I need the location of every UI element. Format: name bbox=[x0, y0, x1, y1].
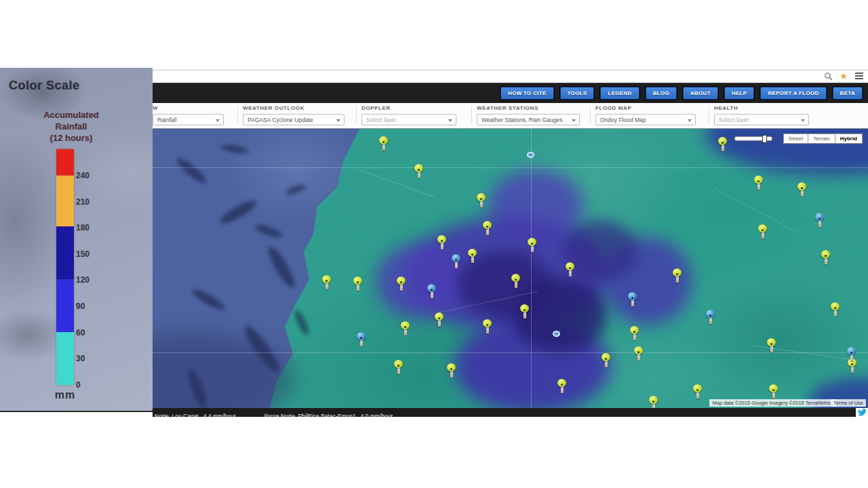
rain-gauge-pin-blue[interactable] bbox=[427, 284, 436, 298]
station-dot[interactable] bbox=[527, 152, 534, 158]
nav-button-help[interactable]: HELP bbox=[724, 87, 755, 100]
color-scale-tick: 90 bbox=[76, 302, 85, 311]
pin-head bbox=[758, 224, 767, 232]
divider bbox=[590, 106, 591, 124]
rain-gauge-pin-yellow[interactable] bbox=[468, 249, 477, 263]
color-scale-title: Color Scale bbox=[9, 79, 80, 93]
pin-stem bbox=[770, 346, 773, 352]
divider bbox=[153, 70, 868, 70]
nav-button-report-a-flood[interactable]: REPORT A FLOOD bbox=[760, 87, 826, 100]
station-dot[interactable] bbox=[553, 331, 560, 337]
layer-select[interactable]: Rainfall bbox=[153, 114, 224, 125]
pin-stem bbox=[561, 386, 564, 393]
rain-gauge-pin-yellow[interactable] bbox=[394, 360, 403, 374]
rain-gauge-pin-yellow[interactable] bbox=[477, 193, 486, 207]
rain-gauge-pin-yellow[interactable] bbox=[520, 304, 529, 319]
rain-gauge-pin-yellow[interactable] bbox=[769, 384, 778, 399]
rain-gauge-pin-yellow[interactable] bbox=[821, 250, 830, 264]
rainfall-ticker-bar: Norte, Lou Cagat 4.4 mm/hourIlocos Norte… bbox=[153, 408, 868, 417]
terms-of-use-link[interactable]: Terms of Use bbox=[831, 399, 866, 407]
rain-gauge-pin-yellow[interactable] bbox=[718, 137, 727, 151]
rain-gauge-pin-yellow[interactable] bbox=[831, 302, 840, 317]
layer-select[interactable]: Weather Stations, Rain Gauges bbox=[477, 114, 580, 125]
pin-head bbox=[821, 250, 830, 258]
pin-head bbox=[414, 164, 423, 172]
gauge-reading-link[interactable]: Norte, Lou Cagat 4.4 mm/hour bbox=[155, 413, 236, 417]
nav-button-about[interactable]: ABOUT bbox=[683, 87, 718, 100]
pin-stem bbox=[834, 310, 837, 317]
rain-gauge-pin-yellow[interactable] bbox=[435, 312, 443, 327]
pin-stem bbox=[326, 283, 328, 289]
twitter-icon[interactable] bbox=[856, 408, 868, 417]
rain-gauge-pin-blue[interactable] bbox=[847, 347, 856, 361]
rain-gauge-pin-yellow[interactable] bbox=[379, 136, 388, 150]
nav-button-tools[interactable]: TOOLS bbox=[560, 87, 595, 100]
pin-head bbox=[649, 396, 658, 404]
rain-gauge-pin-yellow[interactable] bbox=[511, 274, 520, 288]
rain-gauge-pin-blue[interactable] bbox=[815, 213, 824, 227]
layer-select[interactable]: Select layer bbox=[361, 114, 456, 125]
nav-button-legend[interactable]: LEGEND bbox=[600, 87, 639, 100]
rain-gauge-pin-yellow[interactable] bbox=[322, 275, 331, 289]
nav-button-beta[interactable]: BETA bbox=[833, 87, 863, 100]
rain-gauge-pin-blue[interactable] bbox=[357, 332, 366, 346]
layer-select[interactable]: PAGASA Cyclone Update bbox=[243, 114, 344, 125]
menu-icon[interactable] bbox=[854, 71, 864, 81]
map-type-terrain[interactable]: Terrain bbox=[808, 134, 835, 144]
rain-gauge-pin-yellow[interactable] bbox=[754, 176, 763, 190]
chevron-down-icon bbox=[336, 119, 340, 122]
layer-select[interactable]: Select layer bbox=[714, 114, 809, 125]
pin-head bbox=[528, 238, 536, 246]
nav-button-blog[interactable]: BLOG bbox=[646, 87, 677, 100]
divider bbox=[237, 106, 238, 124]
rain-gauge-pin-yellow[interactable] bbox=[673, 268, 682, 283]
rain-gauge-pin-yellow[interactable] bbox=[353, 277, 362, 291]
rain-gauge-pin-yellow[interactable] bbox=[414, 164, 423, 178]
rain-gauge-pin-yellow[interactable] bbox=[447, 363, 456, 378]
rain-gauge-pin-yellow[interactable] bbox=[528, 238, 536, 252]
rain-gauge-pin-blue[interactable] bbox=[628, 292, 637, 306]
rain-gauge-pin-yellow[interactable] bbox=[767, 338, 776, 352]
color-scale-subtitle-line: Accumulated bbox=[3, 110, 139, 121]
zoom-slider-thumb[interactable] bbox=[762, 135, 767, 143]
rain-gauge-pin-yellow[interactable] bbox=[630, 326, 639, 340]
rain-gauge-pin-yellow[interactable] bbox=[601, 353, 610, 367]
rain-gauge-pin-yellow[interactable] bbox=[758, 224, 767, 239]
pin-head bbox=[767, 338, 776, 346]
rain-gauge-pin-yellow[interactable] bbox=[557, 379, 566, 393]
layer-select[interactable]: Ondoy Flood Map bbox=[595, 114, 696, 125]
pin-stem bbox=[633, 333, 636, 340]
color-scale-segment-0-60 bbox=[56, 332, 74, 385]
rain-gauge-pin-yellow[interactable] bbox=[649, 396, 658, 408]
rain-gauge-pin-yellow[interactable] bbox=[634, 346, 643, 361]
gauge-reading-link[interactable]: Ilocos Norte, PhilRice Batac-Emon1 4.0 m… bbox=[264, 413, 393, 417]
map-type-hybrid[interactable]: Hybrid bbox=[835, 134, 863, 144]
rain-gauge-pin-yellow[interactable] bbox=[797, 182, 806, 197]
pin-head bbox=[401, 321, 410, 329]
divider bbox=[356, 106, 357, 124]
filter-group-weather-outlook: WEATHER OUTLOOKPAGASA Cyclone Update bbox=[243, 105, 344, 125]
color-scale-tick: 150 bbox=[76, 249, 90, 259]
pin-head bbox=[628, 292, 637, 300]
filter-group-health: HEALTHSelect layer bbox=[714, 105, 809, 125]
rain-gauge-pin-yellow[interactable] bbox=[397, 277, 406, 291]
rain-gauge-pin-yellow[interactable] bbox=[483, 221, 492, 235]
zoom-slider[interactable] bbox=[734, 136, 772, 141]
map-type-street[interactable]: Street bbox=[783, 134, 808, 144]
pin-stem bbox=[450, 371, 453, 378]
rain-gauge-pin-blue[interactable] bbox=[452, 254, 460, 268]
rain-gauge-pin-blue[interactable] bbox=[706, 310, 715, 324]
rain-gauge-pin-yellow[interactable] bbox=[693, 384, 702, 399]
nav-button-how-to-cite[interactable]: HOW TO CITE bbox=[500, 87, 553, 100]
rain-gauge-pin-yellow[interactable] bbox=[566, 262, 574, 277]
color-scale-segment-120-180 bbox=[56, 226, 74, 279]
pin-stem bbox=[515, 281, 517, 288]
chevron-down-icon bbox=[572, 119, 576, 122]
rain-gauge-pin-yellow[interactable] bbox=[401, 321, 410, 336]
zoom-icon[interactable] bbox=[823, 71, 833, 81]
rain-gauge-pin-yellow[interactable] bbox=[483, 319, 492, 333]
bookmark-star-icon[interactable]: ★ bbox=[839, 71, 848, 81]
selected-layer-value: Select layer bbox=[366, 117, 396, 123]
rain-gauge-pin-yellow[interactable] bbox=[437, 235, 446, 249]
map-canvas[interactable]: StreetTerrainHybrid Map data ©2015 Googl… bbox=[153, 129, 868, 408]
